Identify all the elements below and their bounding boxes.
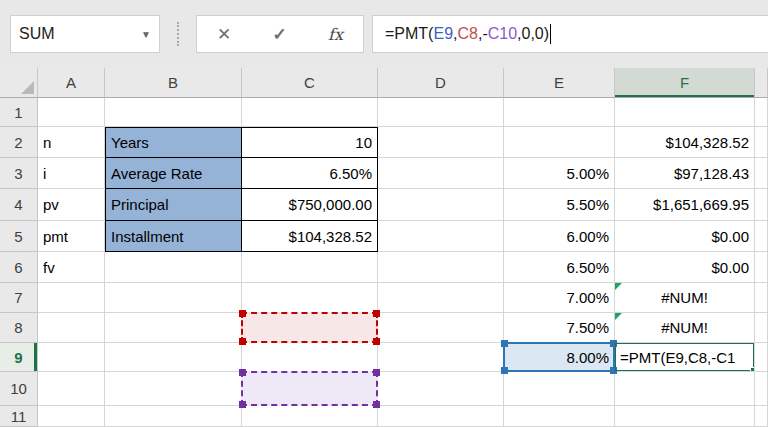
cell-C7[interactable] xyxy=(242,283,378,313)
cell-C1[interactable] xyxy=(242,98,378,127)
cell-B7[interactable] xyxy=(105,283,242,313)
cell-A4[interactable]: pv xyxy=(38,189,105,221)
cell-A11[interactable] xyxy=(38,406,105,427)
cell-E5[interactable]: 6.00% xyxy=(504,221,615,252)
cell-B6[interactable] xyxy=(105,252,242,283)
row-header-5[interactable]: 5 xyxy=(0,221,38,252)
cell-E3[interactable]: 5.00% xyxy=(504,158,615,189)
cell-B4[interactable]: Principal xyxy=(105,189,242,221)
cell-E8[interactable]: 7.50% xyxy=(504,313,615,343)
cell-F8[interactable]: #NUM! xyxy=(615,313,755,343)
cell-F2[interactable]: $104,328.52 xyxy=(615,127,755,158)
cell-G7-partial[interactable] xyxy=(755,283,768,313)
cell-E1[interactable] xyxy=(504,98,615,127)
cell-B3[interactable]: Average Rate xyxy=(105,158,242,189)
row-header-3[interactable]: 3 xyxy=(0,158,38,189)
cell-A10[interactable] xyxy=(38,372,105,406)
cell-edit-value[interactable]: =PMT(E9,C8,-C1 xyxy=(620,349,735,366)
enter-icon[interactable]: ✓ xyxy=(273,24,287,45)
cell-A5[interactable]: pmt xyxy=(38,221,105,252)
name-box[interactable]: SUM ▼ xyxy=(10,15,160,53)
column-header-A[interactable]: A xyxy=(38,68,105,98)
cell-C8[interactable] xyxy=(242,313,378,343)
row-header-6[interactable]: 6 xyxy=(0,252,38,283)
cell-A8[interactable] xyxy=(38,313,105,343)
cell-G10-partial[interactable] xyxy=(755,372,768,406)
cell-D8[interactable] xyxy=(378,313,504,343)
cell-F5[interactable]: $0.00 xyxy=(615,221,755,252)
chevron-down-icon[interactable]: ▼ xyxy=(141,29,151,40)
cell-B9[interactable] xyxy=(105,343,242,372)
cell-D1[interactable] xyxy=(378,98,504,127)
cell-D3[interactable] xyxy=(378,158,504,189)
cancel-icon[interactable]: ✕ xyxy=(217,24,231,45)
cell-G2-partial[interactable] xyxy=(755,127,768,158)
selection-handle[interactable] xyxy=(373,401,380,408)
selection-handle[interactable] xyxy=(373,310,380,317)
cell-D2[interactable] xyxy=(378,127,504,158)
cell-E7[interactable]: 7.00% xyxy=(504,283,615,313)
cell-G3-partial[interactable] xyxy=(755,158,768,189)
column-header-F[interactable]: F xyxy=(615,68,755,98)
cell-A6[interactable]: fv xyxy=(38,252,105,283)
formula-input[interactable]: =PMT(E9,C8,-C10,0,0) xyxy=(372,15,768,53)
selection-handle[interactable] xyxy=(501,367,508,374)
cell-A7[interactable] xyxy=(38,283,105,313)
cell-D9[interactable] xyxy=(378,343,504,372)
cell-G11-partial[interactable] xyxy=(755,406,768,427)
selection-handle[interactable] xyxy=(501,340,508,347)
row-header-1[interactable]: 1 xyxy=(0,98,38,127)
cell-D4[interactable] xyxy=(378,189,504,221)
row-header-8[interactable]: 8 xyxy=(0,313,38,343)
cell-G5-partial[interactable] xyxy=(755,221,768,252)
cell-F9-active[interactable]: =PMT(E9,C8,-C1 xyxy=(615,343,755,372)
cell-C11[interactable] xyxy=(242,406,378,427)
cell-A3[interactable]: i xyxy=(38,158,105,189)
cell-B10[interactable] xyxy=(105,372,242,406)
row-header-11[interactable]: 11 xyxy=(0,406,38,427)
cell-F7[interactable]: #NUM! xyxy=(615,283,755,313)
selection-handle[interactable] xyxy=(373,338,380,345)
cell-D7[interactable] xyxy=(378,283,504,313)
row-header-4[interactable]: 4 xyxy=(0,189,38,221)
cell-D5[interactable] xyxy=(378,221,504,252)
column-header-partial[interactable] xyxy=(755,68,768,98)
cell-C4[interactable]: $750,000.00 xyxy=(242,189,378,221)
cell-F10[interactable] xyxy=(615,372,755,406)
cell-F3[interactable]: $97,128.43 xyxy=(615,158,755,189)
cell-C3[interactable]: 6.50% xyxy=(242,158,378,189)
cell-A9[interactable] xyxy=(38,343,105,372)
row-header-7[interactable]: 7 xyxy=(0,283,38,313)
cell-C2[interactable]: 10 xyxy=(242,127,378,158)
cell-E2[interactable] xyxy=(504,127,615,158)
selection-handle[interactable] xyxy=(239,401,246,408)
cell-F4[interactable]: $1,651,669.95 xyxy=(615,189,755,221)
column-header-D[interactable]: D xyxy=(378,68,504,98)
cell-D6[interactable] xyxy=(378,252,504,283)
cell-G9-partial[interactable] xyxy=(755,343,768,372)
column-header-E[interactable]: E xyxy=(504,68,615,98)
cell-E4[interactable]: 5.50% xyxy=(504,189,615,221)
selection-handle[interactable] xyxy=(239,310,246,317)
cell-F11[interactable] xyxy=(615,406,755,427)
row-header-9[interactable]: 9 xyxy=(0,343,38,372)
cell-C6[interactable] xyxy=(242,252,378,283)
cell-A1[interactable] xyxy=(38,98,105,127)
cell-F1[interactable] xyxy=(615,98,755,127)
selection-handle[interactable] xyxy=(239,338,246,345)
cell-F6[interactable]: $0.00 xyxy=(615,252,755,283)
cell-D11[interactable] xyxy=(378,406,504,427)
selection-handle[interactable] xyxy=(239,369,246,376)
row-header-10[interactable]: 10 xyxy=(0,372,38,406)
cell-E10[interactable] xyxy=(504,372,615,406)
cell-E11[interactable] xyxy=(504,406,615,427)
column-header-C[interactable]: C xyxy=(242,68,378,98)
row-header-2[interactable]: 2 xyxy=(0,127,38,158)
cell-A2[interactable]: n xyxy=(38,127,105,158)
cell-D10[interactable] xyxy=(378,372,504,406)
cell-G4-partial[interactable] xyxy=(755,189,768,221)
cell-E9[interactable]: 8.00% xyxy=(504,343,615,372)
cell-B8[interactable] xyxy=(105,313,242,343)
insert-function-icon[interactable]: fx xyxy=(328,25,343,44)
cell-G1-partial[interactable] xyxy=(755,98,768,127)
